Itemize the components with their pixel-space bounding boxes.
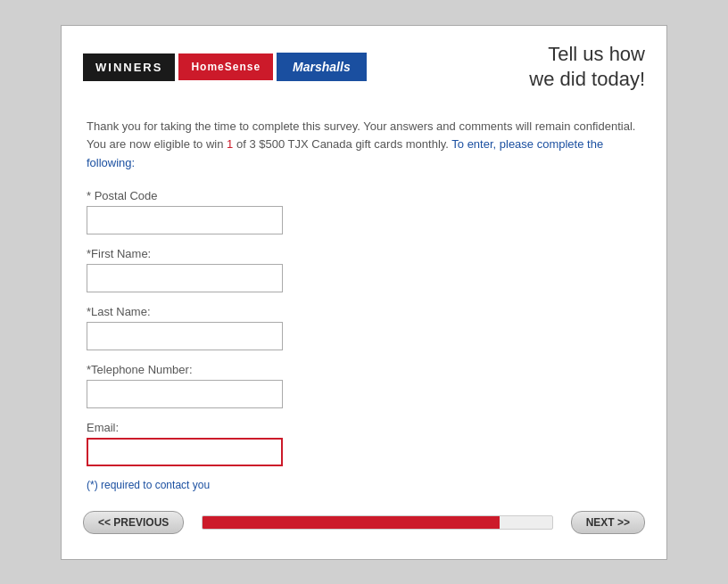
postal-code-input[interactable] [87,206,283,234]
homesense-logo: HomeSense [178,53,273,80]
last-name-label: *Last Name: [87,305,641,318]
telephone-label: *Telephone Number: [87,363,641,376]
postal-code-label: * Postal Code [87,189,641,202]
telephone-group: *Telephone Number: [87,363,641,408]
footer: << PREVIOUS NEXT >> [62,502,666,548]
page-title: Tell us how we did today! [529,42,645,93]
main-content: Thank you for taking the time to complet… [62,103,666,502]
survey-modal: WINNERS HomeSense Marshalls Tell us how … [61,25,667,560]
logo-group: WINNERS HomeSense Marshalls [83,53,367,81]
progress-bar-fill [203,516,500,529]
progress-bar [202,515,552,530]
first-name-group: *First Name: [87,247,641,292]
first-name-label: *First Name: [87,247,641,260]
next-button[interactable]: NEXT >> [571,511,645,534]
previous-button[interactable]: << PREVIOUS [83,511,184,534]
header: WINNERS HomeSense Marshalls Tell us how … [62,26,666,103]
required-note: (*) required to contact you [87,479,641,491]
last-name-group: *Last Name: [87,305,641,350]
intro-paragraph: Thank you for taking the time to complet… [87,118,641,173]
first-name-input[interactable] [87,264,283,292]
email-input[interactable] [87,438,283,466]
last-name-input[interactable] [87,322,283,350]
telephone-input[interactable] [87,380,283,408]
marshalls-logo: Marshalls [277,53,367,81]
winners-logo: WINNERS [83,53,175,81]
email-group: Email: [87,421,641,466]
email-label: Email: [87,421,641,434]
postal-code-group: * Postal Code [87,189,641,234]
